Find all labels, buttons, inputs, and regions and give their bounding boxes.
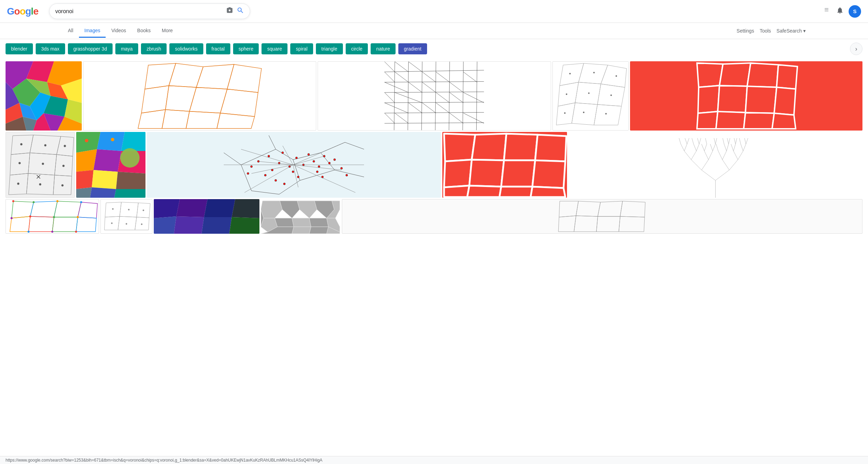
svg-marker-74	[556, 103, 575, 125]
chip-grasshopper[interactable]: grasshopper 3d	[68, 43, 113, 54]
chip-fractal[interactable]: fractal	[206, 43, 230, 54]
svg-marker-289	[275, 218, 294, 227]
svg-point-108	[44, 144, 46, 146]
nav-more[interactable]: More	[156, 24, 178, 38]
svg-line-48	[409, 82, 423, 92]
image-dots-white[interactable]	[552, 61, 629, 131]
svg-line-236	[727, 138, 729, 144]
svg-point-170	[316, 171, 318, 173]
svg-line-214	[697, 144, 699, 151]
settings-link[interactable]: Settings	[737, 28, 754, 34]
tools-link[interactable]: Tools	[760, 28, 771, 34]
chips-next-button[interactable]: ›	[850, 43, 862, 55]
svg-line-145	[335, 170, 364, 177]
image-colorful-map[interactable]	[76, 132, 145, 198]
svg-point-130	[120, 148, 140, 168]
chip-circle[interactable]: circle	[346, 43, 368, 54]
chip-spiral[interactable]: spiral	[290, 43, 313, 54]
svg-marker-294	[292, 227, 311, 234]
svg-point-163	[264, 174, 266, 176]
svg-marker-26	[138, 110, 165, 128]
svg-marker-279	[174, 216, 204, 234]
svg-marker-284	[297, 201, 317, 218]
image-colorful-voronoi[interactable]	[6, 61, 82, 131]
camera-icon[interactable]	[226, 7, 233, 16]
chip-maya[interactable]: maya	[115, 43, 138, 54]
svg-marker-186	[504, 134, 538, 160]
svg-point-81	[588, 92, 590, 94]
chip-nature[interactable]: nature	[371, 43, 396, 54]
image-red-cells2[interactable]	[442, 132, 567, 198]
svg-marker-277	[232, 199, 259, 218]
image-gray-hex[interactable]	[261, 199, 340, 234]
svg-marker-245	[54, 201, 81, 217]
svg-marker-249	[52, 217, 78, 232]
chip-gradient[interactable]: gradient	[398, 43, 427, 54]
svg-line-200	[702, 160, 709, 170]
image-dense-lines[interactable]	[318, 61, 551, 131]
svg-line-221	[727, 144, 729, 151]
image-orange-outline[interactable]	[83, 61, 316, 131]
notifications-icon[interactable]	[836, 7, 844, 16]
image-white-cells2[interactable]	[342, 199, 862, 234]
svg-line-50	[436, 72, 450, 82]
svg-line-218	[713, 144, 716, 151]
chip-square[interactable]: square	[262, 43, 287, 54]
safe-search[interactable]: SafeSearch ▾	[777, 28, 806, 34]
chip-triangle[interactable]: triangle	[316, 43, 343, 54]
search-bar[interactable]: voronoi	[49, 3, 250, 19]
svg-point-270	[143, 209, 144, 211]
nav-books[interactable]: Books	[132, 24, 156, 38]
image-dark-purple[interactable]	[154, 199, 259, 234]
svg-point-152	[295, 157, 298, 159]
svg-marker-88	[747, 63, 778, 87]
image-row-2	[6, 132, 862, 198]
image-red-cells[interactable]	[630, 61, 862, 131]
svg-line-202	[729, 160, 738, 170]
svg-line-215	[702, 144, 705, 151]
svg-line-231	[699, 138, 701, 144]
svg-line-177	[283, 146, 293, 165]
chip-zbrush[interactable]: zbrush	[141, 43, 167, 54]
image-tree-fractal[interactable]	[568, 132, 862, 198]
svg-line-198	[716, 170, 729, 180]
svg-marker-97	[772, 113, 796, 129]
grid-icon[interactable]	[824, 7, 831, 16]
header: Google voronoi	[0, 0, 868, 23]
svg-marker-90	[698, 86, 719, 113]
image-blue-red-dots[interactable]	[147, 132, 441, 198]
nav-all[interactable]: All	[62, 24, 79, 38]
svg-line-201	[723, 160, 729, 170]
search-input[interactable]: voronoi	[55, 8, 223, 15]
svg-marker-248	[28, 216, 54, 232]
image-white-dots2[interactable]	[100, 199, 152, 234]
svg-line-56	[384, 92, 395, 103]
logo-letter-o1: o	[14, 6, 20, 17]
logo-letter-g: G	[7, 6, 14, 17]
chip-sphere[interactable]: sphere	[233, 43, 259, 54]
chip-solidworks[interactable]: solidworks	[169, 43, 203, 54]
svg-line-142	[251, 191, 279, 194]
image-green-network[interactable]	[6, 199, 99, 234]
nav-images[interactable]: Images	[79, 24, 106, 38]
chip-3dsmax[interactable]: 3ds max	[36, 43, 65, 54]
svg-point-166	[250, 166, 253, 168]
nav-videos[interactable]: Videos	[106, 24, 132, 38]
svg-line-227	[685, 138, 687, 144]
user-avatar[interactable]: S	[849, 5, 861, 18]
svg-marker-21	[227, 64, 262, 92]
svg-point-148	[268, 155, 270, 157]
svg-line-237	[729, 138, 730, 144]
chip-blender[interactable]: blender	[6, 43, 33, 54]
google-logo[interactable]: Google	[7, 6, 38, 17]
svg-marker-291	[309, 218, 328, 227]
svg-marker-70	[601, 65, 626, 87]
svg-line-33	[384, 102, 484, 103]
svg-marker-184	[444, 134, 475, 161]
svg-line-230	[698, 138, 699, 144]
image-gray-dots[interactable]	[6, 132, 75, 198]
svg-marker-195	[531, 187, 565, 197]
search-submit-icon[interactable]	[237, 7, 244, 16]
svg-marker-280	[202, 217, 232, 234]
svg-line-40	[449, 62, 450, 130]
